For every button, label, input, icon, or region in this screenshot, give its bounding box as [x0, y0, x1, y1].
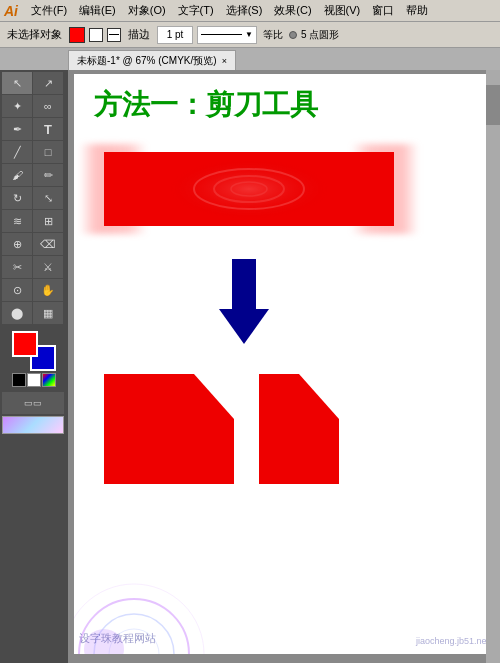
ratio-label: 等比 — [261, 28, 285, 42]
line-tool[interactable]: ╱ — [2, 141, 32, 163]
lasso-icon: ∞ — [44, 100, 52, 112]
watermark-left: 设字珠教程网站 — [79, 631, 156, 646]
shape-left — [104, 374, 234, 484]
line-icon: ╱ — [14, 146, 21, 159]
warp-icon: ≋ — [13, 215, 22, 228]
brush-icon: 🖌 — [12, 169, 23, 181]
rect-tool[interactable]: □ — [33, 141, 63, 163]
tool-row-6: ↻ ⤡ — [2, 187, 66, 209]
status-label: 未选择对象 — [4, 26, 65, 44]
free-transform-tool[interactable]: ⊞ — [33, 210, 63, 232]
white-arrow-icon: ↗ — [44, 77, 53, 90]
stroke-style-box[interactable] — [107, 28, 121, 42]
eraser-icon: ⌫ — [40, 238, 56, 251]
lasso-tool[interactable]: ∞ — [33, 95, 63, 117]
arrow-container — [219, 259, 269, 344]
menu-text[interactable]: 文字(T) — [173, 2, 219, 19]
svg-marker-5 — [259, 374, 339, 484]
line-style-selector[interactable]: ▼ — [197, 26, 257, 44]
menu-edit[interactable]: 编辑(E) — [74, 2, 121, 19]
color-section — [2, 329, 66, 389]
stroke-label: 描边 — [125, 26, 153, 44]
rect-icon: □ — [45, 146, 52, 158]
transform-icon: ⊞ — [44, 215, 53, 228]
scissors-icon: ✂ — [13, 261, 22, 274]
bottom-shapes — [104, 374, 389, 484]
pen-icon: ✒ — [13, 123, 22, 136]
hand-tool[interactable]: ✋ — [33, 279, 63, 301]
arrow-head — [219, 309, 269, 344]
tool-row-3: ✒ T — [2, 118, 66, 140]
tab-title: 未标题-1* @ 67% (CMYK/预览) — [77, 54, 217, 68]
app-logo: Ai — [4, 3, 18, 19]
canvas-area: 方法一：剪刀工具 — [68, 70, 500, 663]
stroke-pt-value[interactable]: 1 pt — [157, 26, 193, 44]
color-gradient-bar[interactable] — [2, 416, 64, 434]
graph-tool[interactable]: ▦ — [33, 302, 63, 324]
tool-row-4: ╱ □ — [2, 141, 66, 163]
stroke-swatch[interactable] — [89, 28, 103, 42]
scrollbar-thumb[interactable] — [486, 85, 500, 125]
artboard-icon: ▭▭ — [24, 398, 42, 408]
main-area: ↖ ↗ ✦ ∞ ✒ T ╱ □ — [0, 70, 500, 663]
select-tool[interactable]: ↖ — [2, 72, 32, 94]
tool-row-bottom: ▭▭ — [2, 392, 66, 414]
vertical-scrollbar[interactable] — [486, 70, 500, 663]
menu-bar: Ai 文件(F) 编辑(E) 对象(O) 文字(T) 选择(S) 效果(C) 视… — [0, 0, 500, 22]
menu-items: 文件(F) 编辑(E) 对象(O) 文字(T) 选择(S) 效果(C) 视图(V… — [26, 2, 433, 19]
red-rect-container — [104, 144, 394, 234]
artboard: 方法一：剪刀工具 — [74, 74, 494, 654]
tool-row-10: ⊙ ✋ — [2, 279, 66, 301]
magic-wand-tool[interactable]: ✦ — [2, 95, 32, 117]
fill-swatch[interactable] — [69, 27, 85, 43]
pencil-tool[interactable]: ✏ — [33, 164, 63, 186]
graph-icon: ▦ — [43, 307, 53, 320]
eraser-tool[interactable]: ⌫ — [33, 233, 63, 255]
black-swatch[interactable] — [12, 373, 26, 387]
tool-row-8: ⊕ ⌫ — [2, 233, 66, 255]
shape-right — [259, 374, 389, 484]
foreground-background-swatches — [12, 331, 56, 371]
tab-close-button[interactable]: × — [222, 56, 227, 66]
wand-icon: ✦ — [13, 100, 22, 113]
camera-tool[interactable]: ⬤ — [2, 302, 32, 324]
knife-tool[interactable]: ⚔ — [33, 256, 63, 278]
paintbrush-tool[interactable]: 🖌 — [2, 164, 32, 186]
pathfinder-tool[interactable]: ⊕ — [2, 233, 32, 255]
hand-icon: ✋ — [41, 284, 55, 297]
menu-object[interactable]: 对象(O) — [123, 2, 171, 19]
menu-select[interactable]: 选择(S) — [221, 2, 268, 19]
menu-help[interactable]: 帮助 — [401, 2, 433, 19]
shape-builder-icon: ⊕ — [13, 238, 22, 251]
direct-select-tool[interactable]: ↗ — [33, 72, 63, 94]
toolbar-row: 未选择对象 描边 1 pt ▼ 等比 5 点圆形 — [0, 22, 500, 48]
watermark-right: jiaocheng.jb51.net — [416, 636, 489, 646]
white-swatch[interactable] — [27, 373, 41, 387]
zoom-tool[interactable]: ⊙ — [2, 279, 32, 301]
gradient-swatch[interactable] — [42, 373, 56, 387]
tool-row-1: ↖ ↗ — [2, 72, 66, 94]
warp-tool[interactable]: ≋ — [2, 210, 32, 232]
rotate-icon: ↻ — [13, 192, 22, 205]
text-tool[interactable]: T — [33, 118, 63, 140]
document-tab[interactable]: 未标题-1* @ 67% (CMYK/预览) × — [68, 50, 236, 70]
shape-label: 5 点圆形 — [301, 28, 339, 42]
tab-bar: 未标题-1* @ 67% (CMYK/预览) × — [0, 48, 500, 70]
menu-file[interactable]: 文件(F) — [26, 2, 72, 19]
tool-row-2: ✦ ∞ — [2, 95, 66, 117]
mini-swatches-row — [4, 373, 64, 387]
tool-row-9: ✂ ⚔ — [2, 256, 66, 278]
menu-window[interactable]: 窗口 — [367, 2, 399, 19]
rotate-tool[interactable]: ↻ — [2, 187, 32, 209]
foreground-color-swatch[interactable] — [12, 331, 38, 357]
menu-effect[interactable]: 效果(C) — [269, 2, 316, 19]
pen-tool[interactable]: ✒ — [2, 118, 32, 140]
artboard-tool[interactable]: ▭▭ — [2, 392, 64, 414]
knife-icon: ⚔ — [43, 261, 53, 274]
right-shape-svg — [259, 374, 389, 484]
tool-row-bottom2 — [2, 416, 66, 434]
scale-tool[interactable]: ⤡ — [33, 187, 63, 209]
menu-view[interactable]: 视图(V) — [319, 2, 366, 19]
tool-row-5: 🖌 ✏ — [2, 164, 66, 186]
scissors-tool[interactable]: ✂ — [2, 256, 32, 278]
